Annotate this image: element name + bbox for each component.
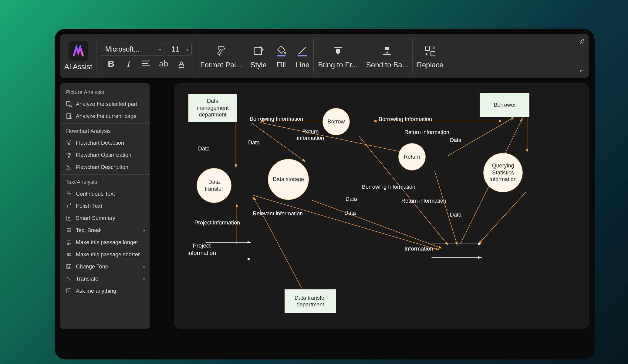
- shorter-icon: [66, 251, 72, 258]
- sidebar-item-translate[interactable]: 文ATranslate▸: [60, 273, 150, 285]
- flowchart-circle-return[interactable]: Return: [398, 143, 426, 170]
- sidebar-item-label: Make this passage shorter: [76, 251, 140, 258]
- ai-assist-group[interactable]: AI Assist: [60, 34, 96, 78]
- sidebar-item-break[interactable]: Text Break▸: [60, 224, 150, 236]
- svg-rect-23: [69, 153, 71, 154]
- line-button[interactable]: Line: [292, 34, 314, 78]
- flowchart-rect-data_mgmt[interactable]: Data management department: [188, 94, 237, 122]
- format-painter-button[interactable]: Format Pai...: [196, 34, 246, 78]
- font-size-dropdown[interactable]: 11: [167, 43, 192, 56]
- sidebar-item-label: Flowchart Description: [76, 164, 128, 170]
- app-window: AI Assist Microsoft... 11 B I ab̲ A Form…: [55, 29, 595, 359]
- break-icon: [66, 227, 72, 234]
- sidebar-item-label: Translate: [76, 276, 98, 282]
- sidebar-item-tone[interactable]: Change Tone▸: [60, 261, 150, 273]
- svg-point-20: [70, 141, 71, 142]
- canvas-label: Information: [404, 245, 433, 252]
- text-case-button[interactable]: ab̲: [158, 59, 169, 69]
- svg-point-4: [284, 52, 286, 54]
- sidebar-item-flow-opt[interactable]: Flowchart Optimization: [60, 149, 150, 161]
- svg-line-59: [311, 200, 442, 248]
- flowchart-circle-data_transfer[interactable]: Data transfer: [197, 168, 231, 203]
- sidebar-item-analyze-page[interactable]: Analyze the current page: [60, 110, 150, 122]
- sidebar-item-label: Analyze the current page: [76, 113, 137, 120]
- send-back-icon: [381, 43, 393, 59]
- analyze-sel-icon: [66, 101, 72, 107]
- svg-line-61: [435, 171, 457, 245]
- sidebar-item-label: Polish Text: [76, 203, 102, 209]
- flowchart-rect-data_transfer_dept[interactable]: Data transfer department: [285, 289, 336, 313]
- bold-button[interactable]: B: [106, 59, 116, 69]
- italic-button[interactable]: I: [123, 59, 134, 69]
- flowchart-canvas[interactable]: Data management departmentBorrowerData t…: [174, 83, 589, 329]
- sidebar-item-label: Flowchart Optimization: [76, 152, 131, 158]
- edge-label: Return information: [404, 129, 449, 136]
- collapse-icon[interactable]: ⌐: [580, 68, 583, 74]
- sidebar-item-flow-desc[interactable]: Flowchart Description: [60, 161, 150, 173]
- polish-icon: T: [66, 203, 72, 209]
- edge-label: Borrowing Information: [250, 116, 303, 122]
- sidebar-item-label: Continuous Text: [76, 191, 115, 197]
- edge-label: Data: [344, 210, 356, 216]
- sidebar-item-label: Text Break: [76, 227, 102, 234]
- bring-to-front-button[interactable]: Bring to Fr...: [314, 34, 362, 78]
- svg-rect-3: [254, 47, 262, 55]
- svg-line-62: [479, 192, 526, 244]
- ai-assist-logo-icon: [69, 41, 88, 61]
- font-name-dropdown[interactable]: Microsoft...: [101, 43, 164, 56]
- sidebar-item-label: Ask me anything: [76, 288, 116, 294]
- svg-point-21: [68, 144, 69, 145]
- longer-icon: [66, 239, 72, 246]
- svg-rect-8: [336, 49, 340, 53]
- replace-icon: [424, 43, 436, 59]
- edge-label: Return information: [401, 198, 446, 204]
- flowchart-rect-borrower[interactable]: Borrower: [480, 93, 529, 117]
- svg-text:A: A: [69, 278, 70, 281]
- bring-front-icon: [332, 43, 344, 59]
- align-button[interactable]: [141, 59, 152, 69]
- svg-line-54: [448, 117, 515, 156]
- svg-point-44: [68, 266, 68, 266]
- svg-point-25: [67, 165, 68, 166]
- flow-detect-icon: [66, 140, 72, 146]
- svg-point-24: [68, 156, 69, 157]
- edge-label: Data: [248, 140, 260, 146]
- chevron-right-icon: ▸: [143, 265, 145, 269]
- svg-text:T: T: [66, 204, 69, 208]
- style-icon: [252, 43, 265, 59]
- sidebar-item-analyze-sel[interactable]: Analyze the selected part: [60, 98, 150, 110]
- edge-label: Return information: [297, 129, 324, 141]
- flowchart-circle-querying[interactable]: Querying Statistics Information: [483, 153, 523, 192]
- font-group: Microsoft... 11 B I ab̲ A: [96, 34, 196, 78]
- sidebar-item-cont-text[interactable]: Continuous Text: [60, 188, 150, 200]
- send-to-back-button[interactable]: Send to Ba...: [362, 34, 413, 78]
- sidebar-item-label: Make this passage longer: [76, 239, 138, 246]
- svg-line-18: [71, 118, 72, 119]
- sidebar-item-polish[interactable]: TPolish Text: [60, 200, 150, 212]
- analyze-page-icon: [66, 113, 72, 120]
- edge-label: Relevant information: [253, 211, 303, 217]
- flow-desc-icon: [66, 164, 72, 170]
- style-button[interactable]: Style: [246, 34, 271, 78]
- font-color-button[interactable]: A: [176, 59, 187, 69]
- pin-icon[interactable]: [579, 39, 585, 46]
- fill-icon: [275, 43, 287, 59]
- sidebar-item-longer[interactable]: Make this passage longer: [60, 236, 150, 248]
- svg-line-15: [71, 106, 72, 107]
- flowchart-circle-borrow[interactable]: Borrow: [322, 108, 350, 135]
- sidebar-item-ask[interactable]: Ask me anything: [60, 285, 150, 297]
- sidebar-item-shorter[interactable]: Make this passage shorter: [60, 248, 150, 261]
- svg-point-45: [69, 266, 70, 266]
- svg-rect-13: [66, 102, 70, 105]
- flowchart-circle-data_storage[interactable]: Data storage: [268, 159, 309, 200]
- replace-button[interactable]: Replace: [413, 34, 448, 78]
- sidebar-section-header: Text Analysis: [60, 176, 150, 188]
- sidebar-item-summary[interactable]: Smart Summary: [60, 212, 150, 224]
- edge-label: Borrowing Information: [362, 184, 415, 190]
- svg-point-17: [69, 116, 71, 119]
- fill-button[interactable]: Fill: [271, 34, 292, 78]
- sidebar-item-label: Flowchart Detection: [76, 140, 124, 146]
- svg-point-19: [67, 141, 68, 142]
- sidebar-item-flow-detect[interactable]: Flowchart Detection: [60, 137, 150, 149]
- edge-label: Project information: [194, 220, 240, 226]
